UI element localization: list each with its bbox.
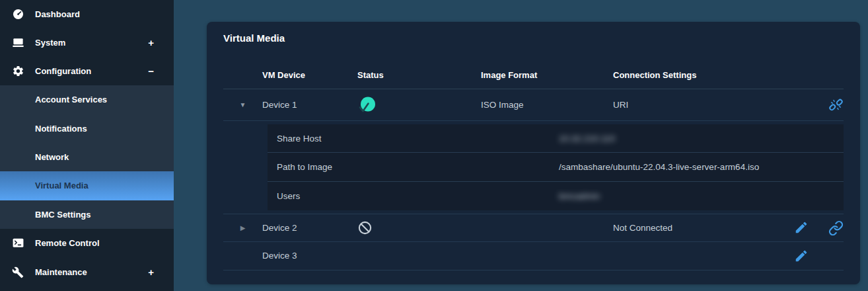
sidebar-item-label: Dashboard (35, 9, 80, 19)
connection-value: URI (613, 100, 793, 110)
virtual-media-panel: Virtual Media VM Device Status Image For… (207, 22, 860, 284)
sidebar-item-label: Maintenance (35, 267, 87, 277)
sidebar-item-configuration[interactable]: Configuration − (0, 57, 174, 85)
sidebar-item-label: Remote Control (35, 238, 100, 248)
device-name: Device 1 (262, 100, 357, 110)
page-title: Virtual Media (223, 32, 844, 46)
detail-row-users: Users bmcadmin (268, 182, 844, 210)
maintenance-icon (11, 265, 25, 280)
users-value-redacted: bmcadmin (559, 191, 600, 201)
table-header-row: VM Device Status Image Format Connection… (223, 46, 844, 89)
detail-label: Path to Image (268, 162, 559, 172)
collapse-caret-icon[interactable]: ▼ (240, 101, 246, 108)
device-name: Device 2 (262, 223, 357, 233)
edit-button[interactable] (793, 248, 809, 264)
sidebar-item-label: Virtual Media (35, 181, 89, 190)
sidebar-item-label: Account Services (35, 95, 107, 104)
disconnect-button[interactable] (828, 97, 844, 113)
sidebar-bottom-group: Remote Control Maintenance + (0, 229, 174, 291)
sidebar-item-account-services[interactable]: Account Services (0, 85, 174, 114)
path-to-image-value: /sambashare/ubuntu-22.04.3-live-server-a… (559, 162, 844, 172)
sidebar-item-bmc-settings[interactable]: BMC Settings (0, 200, 174, 229)
table-row-device-3: Device 3 (223, 242, 844, 270)
expand-plus-icon[interactable]: + (148, 267, 154, 278)
sidebar-item-virtual-media[interactable]: Virtual Media (0, 171, 174, 200)
sidebar-item-label: Network (35, 152, 69, 162)
device-1-details: Share Host 10.32.210.110 Path to Image /… (268, 124, 844, 210)
share-host-value-redacted: 10.32.210.110 (559, 134, 615, 144)
sidebar-item-system[interactable]: System + (0, 28, 174, 57)
sidebar-item-notifications[interactable]: Notifications (0, 114, 174, 142)
image-format-value: ISO Image (481, 100, 613, 110)
sidebar-item-maintenance[interactable]: Maintenance + (0, 258, 174, 287)
detail-label: Users (268, 191, 559, 201)
remote-control-icon (11, 236, 25, 251)
header-connection-settings: Connection Settings (613, 70, 793, 80)
sidebar-item-label: System (35, 38, 65, 48)
sidebar-item-label: Configuration (35, 66, 91, 76)
sidebar-item-dashboard[interactable]: Dashboard (0, 0, 174, 28)
sidebar-item-remote-control[interactable]: Remote Control (0, 229, 174, 258)
sidebar-item-label: BMC Settings (35, 210, 91, 220)
status-connected-icon (357, 96, 376, 114)
sidebar-item-label: Notifications (35, 124, 87, 134)
header-vm-device: VM Device (262, 70, 357, 80)
status-not-connected-icon (357, 220, 373, 235)
header-status: Status (357, 70, 481, 80)
header-image-format: Image Format (481, 70, 613, 80)
detail-row-share-host: Share Host 10.32.210.110 (268, 124, 844, 153)
device-name: Device 3 (262, 251, 357, 261)
detail-row-path-to-image: Path to Image /sambashare/ubuntu-22.04.3… (268, 153, 844, 181)
edit-button[interactable] (793, 220, 809, 235)
configuration-icon (11, 64, 25, 79)
expand-caret-icon[interactable]: ▶ (240, 224, 246, 231)
configuration-submenu: Account Services Notifications Network V… (0, 85, 174, 229)
sidebar-item-network[interactable]: Network (0, 143, 174, 171)
system-icon (11, 36, 25, 50)
table-row-device-1: ▼ Device 1 ISO Image URI (223, 89, 844, 121)
connect-button[interactable] (828, 220, 844, 235)
detail-label: Share Host (268, 134, 559, 144)
dashboard-icon (11, 7, 25, 22)
table-row-device-2: ▶ Device 2 Not Connected (223, 214, 844, 242)
expand-plus-icon[interactable]: + (148, 37, 154, 48)
connection-value: Not Connected (613, 223, 793, 233)
sidebar: Dashboard System + Configuration − Accou… (0, 0, 174, 291)
collapse-minus-icon[interactable]: − (148, 65, 154, 77)
